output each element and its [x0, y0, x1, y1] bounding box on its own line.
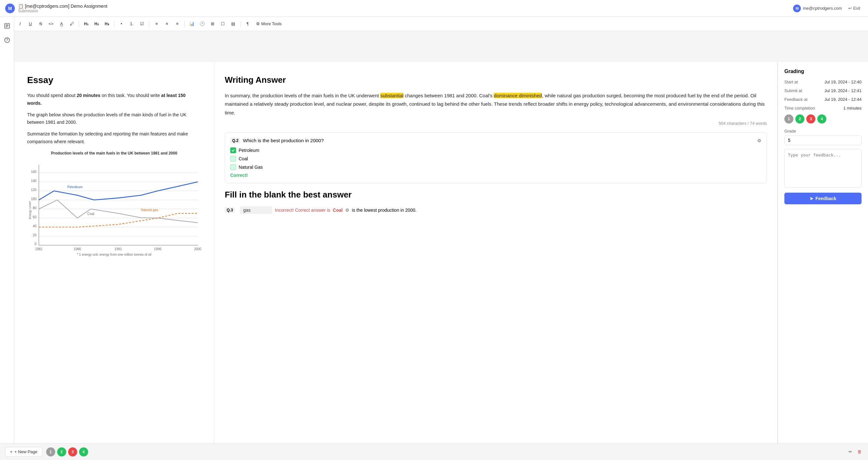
feedback-button[interactable]: ➤ Feedback	[784, 193, 862, 204]
ordered-list-button[interactable]: 1.	[127, 20, 136, 28]
feedback-at-value: Jul 19, 2024 - 12:44	[825, 97, 862, 102]
grading-start-at: Start at Jul 19, 2024 - 12:40	[784, 80, 862, 84]
svg-text:?: ?	[6, 38, 8, 42]
table-button[interactable]: ⊞	[208, 20, 217, 28]
delete-button[interactable]: 🗑	[856, 448, 863, 456]
checkbox-checked-icon	[230, 147, 236, 153]
writing-title: Writing Answer	[225, 75, 767, 85]
svg-text:0: 0	[35, 242, 36, 246]
svg-text:1996: 1996	[154, 247, 161, 251]
submit-at-value: Jul 19, 2024 - 12:41	[825, 88, 862, 93]
essay-panel: Essay You should spend about 20 minutes …	[14, 62, 214, 460]
time-completion-label: Time completion	[784, 106, 815, 111]
toolbar: B I U S <> A̲ 🖊 H₁ H₂ H₃ • 1. ☑ ≡ ≡ ≡ 📊 …	[0, 17, 868, 31]
checkbox-empty-coal	[230, 156, 236, 162]
more-tools-button[interactable]: ⚙ More Tools	[253, 20, 284, 27]
bottom-bubble-2[interactable]: 2	[57, 448, 66, 456]
grading-title: Grading	[784, 68, 862, 74]
checkbox-button[interactable]: ☐	[218, 20, 227, 28]
svg-text:1986: 1986	[73, 247, 81, 251]
h2-button[interactable]: H₂	[92, 20, 101, 28]
grading-submit-at: Submit at Jul 19, 2024 - 12:41	[784, 88, 862, 93]
svg-text:140: 140	[31, 179, 37, 182]
align-center-button[interactable]: ≡	[162, 20, 172, 28]
grading-bubble-3[interactable]: 3	[806, 114, 815, 123]
sidebar-item-doc[interactable]	[2, 21, 12, 31]
exit-icon: ↩	[848, 6, 852, 11]
sidebar-item-help[interactable]: ?	[2, 35, 12, 45]
q2-box: Q.2 Which is the best production in 2000…	[225, 132, 767, 183]
code-button[interactable]: <>	[46, 20, 56, 28]
header-right: M me@cptrodgers.com ↩ Exit	[793, 4, 863, 12]
svg-text:Coal: Coal	[88, 212, 94, 215]
essay-title: Essay	[27, 75, 201, 85]
start-at-label: Start at	[784, 80, 798, 84]
svg-text:20: 20	[33, 233, 37, 237]
clock-button[interactable]: 🕐	[197, 20, 207, 28]
separator2	[114, 21, 114, 27]
q3-row: Q.3 Incorrect! Correct answer is Coal ⚙ …	[225, 206, 767, 214]
svg-text:120: 120	[31, 188, 37, 191]
highlight-button[interactable]: A̲	[57, 20, 66, 28]
svg-text:60: 60	[33, 215, 37, 219]
q3-suffix: is the lowest production in 2000.	[352, 207, 416, 213]
header-subtitle: Submission	[18, 9, 107, 13]
grading-bubble-1[interactable]: 1	[784, 114, 794, 123]
bottom-actions: ✏ 🗑	[847, 448, 863, 456]
q3-settings-icon[interactable]: ⚙	[345, 207, 349, 213]
highlight-dominance: dominance diminished	[494, 93, 542, 98]
bottom-bubble-4[interactable]: 4	[79, 448, 88, 456]
feedback-textarea[interactable]	[784, 149, 862, 188]
avatar: M	[5, 4, 15, 13]
plus-icon: +	[10, 449, 12, 454]
bullet-list-button[interactable]: •	[117, 20, 126, 28]
italic-button[interactable]: I	[16, 20, 25, 28]
underline-button[interactable]: U	[26, 20, 35, 28]
separator3	[149, 21, 150, 27]
q3-input[interactable]	[240, 206, 272, 214]
h3-button[interactable]: H₃	[102, 20, 112, 28]
link-button[interactable]: 🖊	[67, 20, 76, 28]
grade-input[interactable]	[784, 136, 862, 145]
choice-naturalgas: Natural Gas	[230, 164, 762, 170]
start-at-value: Jul 19, 2024 - 12:40	[825, 80, 862, 84]
writing-body: In summary, the production levels of the…	[225, 91, 767, 117]
align-right-button[interactable]: ≡	[173, 20, 182, 28]
essay-para3: Summarize the formation by selecting and…	[27, 130, 201, 146]
paragraph-button[interactable]: ¶	[243, 20, 252, 28]
grading-bubble-2[interactable]: 2	[795, 114, 804, 123]
user-info: M me@cptrodgers.com	[793, 4, 842, 12]
svg-text:1981: 1981	[35, 247, 42, 251]
new-page-button[interactable]: + + New Page	[5, 447, 42, 456]
chart-button[interactable]: 📊	[187, 20, 196, 28]
grading-bubble-4[interactable]: 4	[817, 114, 826, 123]
exit-button[interactable]: ↩ Exit	[846, 4, 863, 12]
h1-button[interactable]: H₁	[82, 20, 91, 28]
checkbox-empty-gas	[230, 164, 236, 170]
q3-correct-answer: Coal	[333, 207, 343, 213]
svg-text:40: 40	[33, 224, 37, 228]
q2-header: Q.2 Which is the best production in 2000…	[230, 138, 762, 144]
separator4	[184, 21, 185, 27]
user-avatar: M	[793, 4, 801, 12]
strikethrough-button[interactable]: S	[36, 20, 45, 28]
header-title-group: 📋 [me@cptrodgers.com] Demo Assignment Su…	[18, 4, 107, 13]
q2-settings-icon[interactable]: ⚙	[757, 138, 762, 143]
char-count: 504 characters / 74 words	[225, 121, 767, 126]
pattern-button[interactable]: ▤	[228, 20, 238, 28]
edit-button[interactable]: ✏	[847, 448, 854, 456]
essay-para1: You should spend about 20 minutes on thi…	[27, 92, 201, 107]
choice-naturalgas-label: Natural Gas	[239, 165, 263, 170]
checklist-button[interactable]: ☑	[137, 20, 147, 28]
page-title: 📋 [me@cptrodgers.com] Demo Assignment	[18, 4, 107, 9]
align-left-button[interactable]: ≡	[152, 20, 161, 28]
q2-result: Correct!	[230, 173, 762, 178]
essay-para2: The graph below shows the production lev…	[27, 111, 201, 127]
bottom-bubble-3[interactable]: 3	[68, 448, 77, 456]
writing-panel: Writing Answer In summary, the productio…	[214, 62, 778, 460]
left-sidebar: ? H	[0, 17, 14, 460]
bottom-bar: + + New Page 1 2 3 4 ✏ 🗑	[0, 443, 868, 460]
grade-label: Grade	[784, 128, 862, 134]
choice-petroleum-label: Petroleum	[239, 148, 259, 153]
bottom-bubble-1[interactable]: 1	[46, 448, 55, 456]
